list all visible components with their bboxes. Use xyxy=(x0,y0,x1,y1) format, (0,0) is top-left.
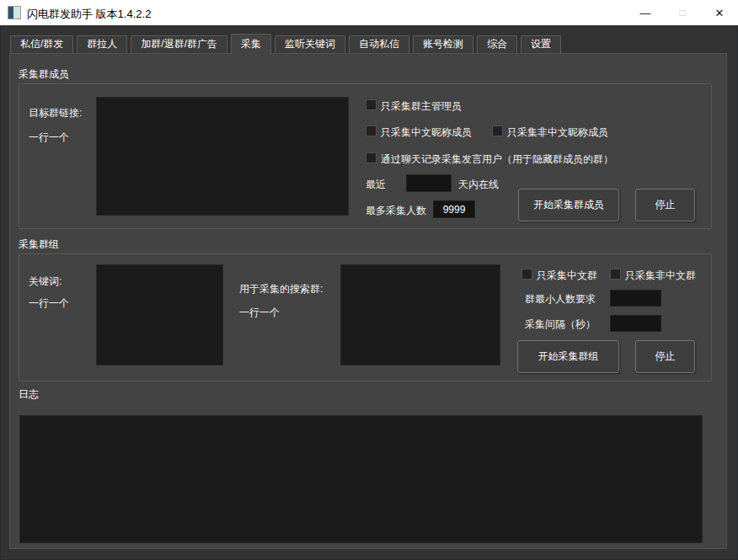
keyword-label: 关键词: xyxy=(29,275,62,289)
app-window: 闪电群发助手 版本1.4.2.2 — □ ✕ 私信/群发 群拉人 加群/退群/群… xyxy=(0,0,738,560)
days-online-label: 天内在线 xyxy=(458,178,499,192)
only-non-chinese-group-label: 只采集非中文群 xyxy=(625,269,696,283)
only-owner-admin-label: 只采集群主管理员 xyxy=(381,99,462,114)
window-title: 闪电群发助手 版本1.4.2.2 xyxy=(27,7,151,22)
only-non-chinese-nick-label: 只采集非中文昵称成员 xyxy=(507,125,608,140)
tab-group-invite[interactable]: 群拉人 xyxy=(77,35,127,53)
minimize-button[interactable]: — xyxy=(627,0,664,25)
keywords-textarea[interactable] xyxy=(96,264,223,365)
minimize-icon: — xyxy=(640,7,651,19)
collect-tab-page: 采集群成员 目标群链接: 一行一个 只采集群主管理员 只采集中文昵称成员 只采集… xyxy=(9,53,727,549)
max-collect-count-input[interactable] xyxy=(433,200,475,218)
close-icon: ✕ xyxy=(715,7,725,19)
keyword-one-per-line-label: 一行一个 xyxy=(29,296,69,311)
tab-private-mass[interactable]: 私信/群发 xyxy=(10,35,73,53)
start-collect-members-button[interactable]: 开始采集群成员 xyxy=(518,189,619,221)
search-one-per-line-label: 一行一个 xyxy=(239,306,280,320)
chat-history-label: 通过聊天记录采集发言用户（用于隐藏群成员的群） xyxy=(381,152,613,167)
recent-days-input[interactable] xyxy=(406,174,452,192)
tab-misc[interactable]: 综合 xyxy=(477,35,517,53)
tab-collect[interactable]: 采集 xyxy=(231,34,271,55)
maximize-button[interactable]: □ xyxy=(664,0,701,25)
collect-members-section-title: 采集群成员 xyxy=(19,67,69,82)
only-owner-admin-checkbox[interactable] xyxy=(366,99,377,110)
log-section-title: 日志 xyxy=(19,387,39,402)
maximize-icon: □ xyxy=(679,7,685,19)
target-links-textarea[interactable] xyxy=(96,97,349,216)
chat-history-checkbox[interactable] xyxy=(366,152,377,163)
collect-groups-section-title: 采集群组 xyxy=(19,237,59,252)
search-groups-textarea[interactable] xyxy=(340,264,500,365)
collect-interval-input[interactable] xyxy=(610,315,661,332)
tab-join-leave-ads[interactable]: 加群/退群/群广告 xyxy=(131,35,227,53)
only-chinese-group-checkbox[interactable] xyxy=(521,269,532,280)
only-chinese-group-label: 只采集中文群 xyxy=(537,269,597,283)
only-non-chinese-nick-checkbox[interactable] xyxy=(492,125,503,136)
stop-collect-members-button[interactable]: 停止 xyxy=(635,189,695,221)
min-members-label: 群最小人数要求 xyxy=(525,292,596,307)
tab-settings[interactable]: 设置 xyxy=(521,35,561,53)
only-non-chinese-group-checkbox[interactable] xyxy=(610,269,621,280)
one-per-line-label: 一行一个 xyxy=(29,131,69,145)
min-members-input[interactable] xyxy=(610,290,661,307)
target-link-label: 目标群链接: xyxy=(29,106,82,120)
only-chinese-nick-checkbox[interactable] xyxy=(366,125,377,136)
recent-label: 最近 xyxy=(366,178,386,192)
start-collect-groups-button[interactable]: 开始采集群组 xyxy=(517,340,619,373)
search-groups-label: 用于采集的搜索群: xyxy=(239,282,323,296)
tab-auto-message[interactable]: 自动私信 xyxy=(349,35,409,53)
close-button[interactable]: ✕ xyxy=(701,0,738,25)
title-bar: 闪电群发助手 版本1.4.2.2 — □ ✕ xyxy=(0,0,738,25)
only-chinese-nick-label: 只采集中文昵称成员 xyxy=(381,125,472,140)
tab-account-check[interactable]: 账号检测 xyxy=(413,35,473,53)
app-icon xyxy=(8,6,21,19)
max-collect-count-label: 最多采集人数 xyxy=(366,204,426,218)
tab-bar: 私信/群发 群拉人 加群/退群/群广告 采集 监听关键词 自动私信 账号检测 综… xyxy=(10,34,561,53)
stop-collect-groups-button[interactable]: 停止 xyxy=(635,340,695,373)
collect-interval-label: 采集间隔（秒） xyxy=(525,317,596,332)
log-textarea[interactable] xyxy=(19,415,703,543)
tab-keyword-monitor[interactable]: 监听关键词 xyxy=(275,35,345,53)
